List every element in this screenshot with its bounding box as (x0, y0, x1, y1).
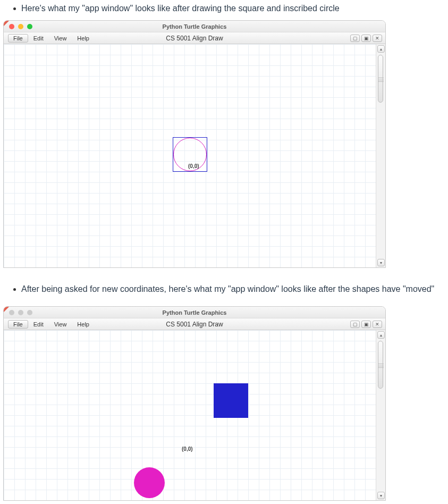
close-icon[interactable]: ✕ (373, 35, 382, 42)
canvas-wrap: (0,0) ▴ ▾ (4, 330, 385, 500)
origin-label: (0,0) (188, 163, 199, 169)
titlebar[interactable]: Python Turtle Graphics (4, 21, 385, 32)
vertical-scrollbar[interactable]: ▴ ▾ (376, 44, 385, 267)
resize-grip-icon (378, 364, 384, 368)
menubar: File Edit View Help CS 5001 Align Draw ▢… (4, 32, 385, 44)
bullet-item: After being asked for new coordinates, h… (13, 283, 448, 296)
square-filled-shape (214, 383, 248, 418)
scroll-down-icon[interactable]: ▾ (377, 259, 385, 266)
bullet-text-1: Here's what my "app window" looks like a… (21, 2, 340, 15)
vertical-scrollbar[interactable]: ▴ ▾ (376, 330, 385, 500)
window-title: Python Turtle Graphics (4, 23, 385, 30)
window-title: Python Turtle Graphics (4, 309, 385, 316)
app-window-after: Python Turtle Graphics File Edit View He… (3, 306, 386, 501)
inner-title: CS 5001 Align Draw (4, 35, 385, 42)
origin-label: (0,0) (182, 446, 193, 452)
minimize-icon[interactable]: ▢ (350, 321, 360, 328)
turtle-canvas[interactable]: (0,0) (4, 330, 376, 500)
bullet-item: Here's what my "app window" looks like a… (13, 2, 448, 15)
maximize-icon[interactable]: ▣ (361, 321, 371, 328)
scroll-up-icon[interactable]: ▴ (377, 331, 385, 339)
resize-grip-icon (378, 78, 384, 82)
app-window-before: Python Turtle Graphics File Edit View He… (3, 20, 386, 268)
scroll-up-icon[interactable]: ▴ (377, 45, 385, 53)
inner-window-controls: ▢ ▣ ✕ (350, 35, 382, 42)
bullet-dot (13, 7, 16, 10)
circle-filled-shape (134, 467, 165, 498)
titlebar[interactable]: Python Turtle Graphics (4, 307, 385, 318)
bullet-text-2: After being asked for new coordinates, h… (21, 283, 434, 296)
menubar: File Edit View Help CS 5001 Align Draw ▢… (4, 318, 385, 330)
close-icon[interactable]: ✕ (373, 321, 382, 328)
bullet-dot (13, 288, 16, 291)
inner-title: CS 5001 Align Draw (4, 321, 385, 328)
inner-window-controls: ▢ ▣ ✕ (350, 321, 382, 328)
canvas-wrap: (0,0) ▴ ▾ (4, 44, 385, 267)
scroll-down-icon[interactable]: ▾ (377, 492, 385, 499)
minimize-icon[interactable]: ▢ (350, 35, 360, 42)
turtle-canvas[interactable]: (0,0) (4, 44, 376, 267)
maximize-icon[interactable]: ▣ (361, 35, 371, 42)
